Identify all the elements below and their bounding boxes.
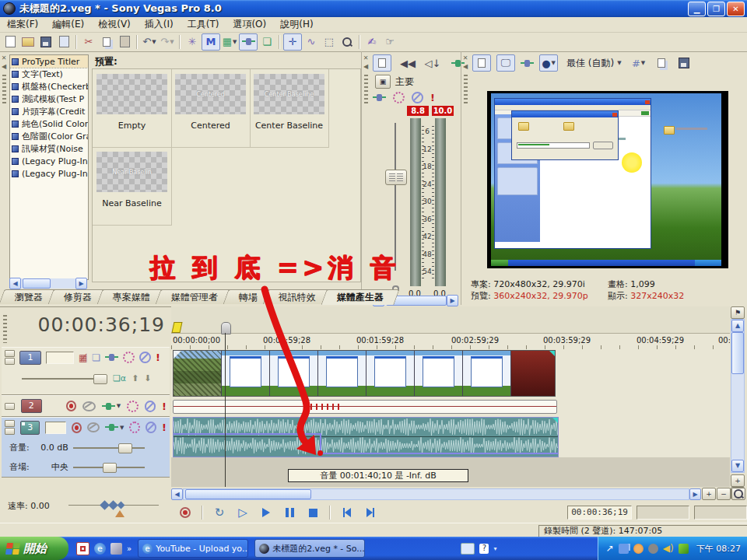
interactive-tutorials-button[interactable]: ✍ [363, 34, 381, 50]
volume-value[interactable]: 0.0 dB [34, 443, 68, 453]
solo-track-icon[interactable]: ! [162, 422, 167, 432]
envelope-point[interactable] [317, 450, 323, 456]
make-compositing-parent-icon[interactable]: ⬆ [132, 373, 139, 383]
properties-button[interactable] [55, 34, 72, 50]
shuttle-marker[interactable] [115, 510, 124, 517]
timeline-canvas[interactable]: 00:00:00;00 00:00:59;28 00:01:59;28 00:0… [171, 306, 730, 487]
restore-button[interactable]: ❐ [707, 2, 725, 16]
dim-output-button[interactable]: ◁↓ [424, 55, 441, 71]
generator-list-hscrollbar[interactable]: ◀ ▶ [9, 278, 87, 289]
preview-quality-dropdown[interactable]: 最佳 (自動)▼ [563, 55, 625, 71]
whats-this-help-button[interactable]: ☞ [381, 34, 398, 50]
scroll-right-icon[interactable]: ▶ [447, 295, 458, 306]
lock-envelopes-button[interactable] [239, 33, 258, 51]
taskbar-task-youtube[interactable]: e YouTube - Upload yo... [138, 539, 248, 558]
dock-collapse-icon[interactable]: ◀ [463, 63, 468, 70]
track-fx-gear-icon[interactable] [123, 352, 135, 363]
normal-edit-tool-button[interactable]: ✛ [283, 33, 302, 51]
track-pan-slider[interactable] [73, 467, 145, 468]
track-opacity-slider[interactable] [22, 378, 107, 380]
audio-event[interactable] [173, 417, 559, 457]
mute-bus-icon[interactable] [412, 92, 423, 103]
copy-button[interactable] [98, 34, 115, 50]
ripple-edit-button[interactable]: ▦▼ [221, 34, 238, 50]
go-to-start-button[interactable] [338, 505, 356, 520]
menu-tools[interactable]: 工具(T) [181, 17, 226, 32]
time-ruler[interactable] [171, 345, 730, 349]
track-number-badge[interactable]: 2 [21, 399, 42, 413]
fade-in-handle[interactable] [174, 351, 181, 359]
tab-media-manager[interactable]: 媒體管理者 [156, 289, 234, 304]
generator-item[interactable]: (Legacy Plug-In [10, 155, 88, 167]
messenger-icon[interactable] [633, 544, 644, 554]
generator-item[interactable]: 片頭字幕(Credit [10, 105, 88, 117]
play-button[interactable] [257, 505, 275, 520]
master-fader-handle[interactable] [385, 170, 407, 185]
meter-left[interactable] [410, 118, 421, 286]
zoom-tool-button[interactable] [338, 34, 356, 50]
track-number-badge[interactable]: 1 [19, 351, 41, 365]
preset-item[interactable]: Empty [93, 69, 172, 148]
zoom-in-time-button[interactable]: + [702, 488, 716, 500]
quicklaunch-overflow-icon[interactable]: » [127, 544, 132, 553]
transport-timecode[interactable]: 00:00:36;19 [567, 506, 632, 520]
track-minmax-buttons[interactable] [5, 420, 15, 435]
ignore-grouping-button[interactable]: ❏ [258, 34, 275, 50]
generator-item[interactable]: 色階圖(Color Gra [10, 130, 88, 142]
split-screen-button[interactable]: ●▼ [539, 54, 558, 72]
volume-envelope-bottom[interactable] [320, 453, 558, 454]
generator-item[interactable]: 純色(Solid Color [10, 117, 88, 130]
timeline-timecode-display[interactable]: 00:00:36;19 [23, 313, 165, 336]
timeline-vscrollbar[interactable]: ▲ ▼ [731, 319, 745, 473]
paste-button[interactable] [116, 34, 133, 50]
snap-toggle-button[interactable]: ✳ [184, 34, 201, 50]
pan-value[interactable]: 中央 [34, 461, 68, 473]
solo-track-icon[interactable]: ! [156, 352, 160, 362]
arm-record-icon[interactable] [66, 401, 77, 411]
menu-view[interactable]: 檢視(V) [91, 17, 138, 32]
menu-options[interactable]: 選項(O) [226, 17, 273, 32]
selection-start-box[interactable] [637, 506, 689, 520]
scroll-down-icon[interactable]: ▼ [731, 460, 744, 472]
composite-mode-icon[interactable]: ❏α [113, 373, 126, 383]
mute-icon[interactable] [145, 401, 156, 412]
menu-insert[interactable]: 插入(I) [138, 17, 181, 32]
undo-button[interactable]: ↶▼ [141, 34, 158, 50]
play-from-start-button[interactable]: ▷ [233, 505, 252, 520]
internet-explorer-icon[interactable]: e [94, 543, 106, 555]
overlays-grid-button[interactable]: #▼ [630, 55, 647, 71]
track-fx-plug-icon[interactable] [106, 403, 111, 410]
track-minmax-buttons[interactable] [5, 350, 15, 365]
track-minmax-buttons[interactable] [5, 403, 15, 410]
zoom-tool-corner-button[interactable] [731, 488, 745, 500]
open-button[interactable] [19, 34, 37, 50]
mute-track-icon[interactable] [87, 422, 100, 432]
new-project-button[interactable] [2, 34, 19, 50]
redo-button[interactable]: ↷▼ [159, 34, 176, 50]
scroll-up-icon[interactable]: ▲ [731, 320, 744, 332]
track-header-2[interactable]: 2 ▼ ! [2, 395, 170, 417]
auto-ripple-button[interactable]: M [202, 33, 220, 51]
generator-item[interactable]: 棋盤格(Checkerb [10, 80, 88, 93]
save-frame-button[interactable] [675, 55, 693, 71]
dock-grip[interactable] [364, 75, 368, 106]
peak-right-badge[interactable]: 10.0 [432, 106, 454, 116]
help-tray-icon[interactable]: ? [479, 544, 489, 554]
dock-close-icon[interactable]: ✕ [2, 54, 7, 61]
keyboard-layout-icon[interactable] [461, 543, 475, 555]
tray-launch-icon[interactable]: ↗ [606, 543, 614, 554]
marker-tool-button[interactable]: ⚑ [731, 306, 745, 319]
dock-collapse-icon[interactable]: ◀ [363, 63, 368, 70]
track-header-1[interactable]: 1 ▦̸ ❏ ! ❏α ⬆ ⬇ [2, 347, 170, 395]
minimize-button[interactable]: ▁ [688, 2, 706, 16]
preset-item[interactable]: Near Baselin Near Baseline [93, 147, 172, 226]
close-button[interactable]: ✕ [727, 2, 745, 16]
dock-grip[interactable] [2, 75, 6, 106]
overlay-event[interactable] [173, 400, 557, 414]
track-header-3[interactable]: 3 ▼ ! 音量: 0.0 dB 音場: 中央 [2, 417, 170, 478]
scroll-right-icon[interactable]: ▶ [75, 278, 87, 289]
preset-item[interactable]: Centered Centered [171, 69, 251, 148]
meter-right[interactable] [435, 118, 446, 286]
track-fx-gear-icon[interactable] [129, 422, 140, 433]
tab-media-generators[interactable]: 媒體產生器 [321, 289, 399, 305]
